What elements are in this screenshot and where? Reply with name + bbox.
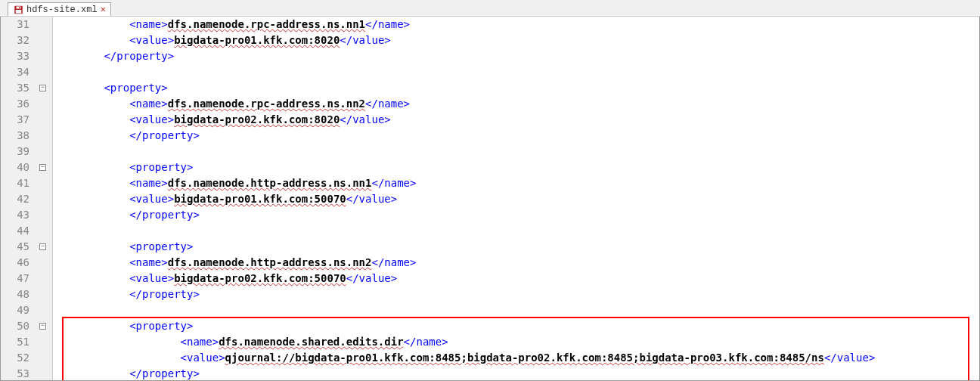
code-line[interactable]: <property>	[53, 160, 979, 175]
code-line[interactable]: <value>bigdata-pro02.kfk.com:50070</valu…	[53, 271, 979, 287]
code-line[interactable]	[53, 223, 979, 239]
line-number: 49	[1, 302, 29, 318]
fold-toggle-icon[interactable]: −	[39, 243, 46, 250]
fold-toggle-icon[interactable]: −	[39, 164, 46, 171]
line-number: 38	[1, 128, 29, 144]
line-number: 37	[1, 112, 29, 128]
fold-toggle-icon[interactable]: −	[39, 323, 46, 330]
save-icon	[13, 5, 23, 15]
tab-bar: hdfs-site.xml ✕	[0, 0, 980, 17]
code-line[interactable]: </property>	[53, 128, 979, 144]
fold-column: −−−−	[36, 17, 52, 380]
line-number: 35	[1, 80, 29, 96]
code-line[interactable]: <property>	[53, 239, 979, 255]
code-line[interactable]: <value>bigdata-pro01.kfk.com:50070</valu…	[53, 191, 979, 207]
fold-toggle-icon[interactable]: −	[39, 85, 46, 91]
line-number: 51	[1, 334, 29, 350]
file-tab[interactable]: hdfs-site.xml ✕	[8, 2, 111, 16]
editor-container: 3132333435363738394041424344454647484950…	[0, 17, 980, 381]
line-number: 46	[1, 255, 29, 271]
line-number: 47	[1, 271, 29, 287]
line-number: 52	[1, 350, 29, 366]
line-number: 42	[1, 191, 29, 207]
code-line[interactable]: <name>dfs.namenode.shared.edits.dir</nam…	[53, 334, 979, 350]
line-number: 31	[1, 17, 29, 33]
code-line[interactable]: <property>	[53, 80, 979, 96]
close-icon[interactable]: ✕	[101, 4, 106, 15]
code-line[interactable]: </property>	[53, 207, 979, 223]
code-line[interactable]	[53, 302, 979, 318]
line-number: 36	[1, 96, 29, 112]
code-line[interactable]: <property>	[53, 318, 979, 334]
code-line[interactable]: <value>bigdata-pro02.kfk.com:8020</value…	[53, 112, 979, 128]
svg-rect-2	[19, 6, 20, 8]
code-line[interactable]	[53, 64, 979, 80]
code-line[interactable]: <value>bigdata-pro01.kfk.com:8020</value…	[53, 33, 979, 48]
line-number: 43	[1, 207, 29, 223]
gutter-area: 3132333435363738394041424344454647484950…	[1, 17, 53, 380]
code-area[interactable]: <name>dfs.namenode.rpc-address.ns.nn1</n…	[53, 17, 979, 380]
code-line[interactable]	[53, 144, 979, 160]
line-number: 32	[1, 33, 29, 48]
line-number: 33	[1, 48, 29, 64]
code-line[interactable]: <name>dfs.namenode.http-address.ns.nn2</…	[53, 255, 979, 271]
code-line[interactable]: </property>	[53, 287, 979, 302]
code-line[interactable]: </property>	[53, 48, 979, 64]
line-number: 48	[1, 287, 29, 302]
code-line[interactable]: <name>dfs.namenode.rpc-address.ns.nn1</n…	[53, 17, 979, 33]
line-number: 41	[1, 175, 29, 191]
line-number: 44	[1, 223, 29, 239]
code-line[interactable]: <name>dfs.namenode.rpc-address.ns.nn2</n…	[53, 96, 979, 112]
line-number: 34	[1, 64, 29, 80]
svg-rect-3	[15, 10, 21, 14]
line-number: 45	[1, 239, 29, 255]
line-numbers: 3132333435363738394041424344454647484950…	[1, 17, 36, 380]
line-number: 40	[1, 160, 29, 175]
svg-rect-1	[16, 6, 20, 8]
code-line[interactable]: <value>qjournal://bigdata-pro01.kfk.com:…	[53, 350, 979, 366]
line-number: 39	[1, 144, 29, 160]
line-number: 53	[1, 366, 29, 381]
line-number: 50	[1, 318, 29, 334]
tab-filename: hdfs-site.xml	[26, 5, 98, 15]
code-line[interactable]: </property>	[53, 366, 979, 380]
code-line[interactable]: <name>dfs.namenode.http-address.ns.nn1</…	[53, 175, 979, 191]
